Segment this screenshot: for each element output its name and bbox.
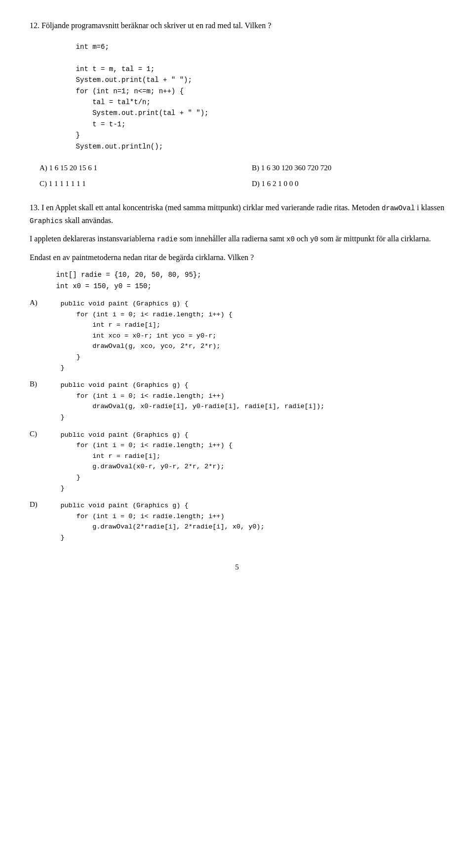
question-13-text: 13. I en Applet skall ett antal koncentr…	[30, 201, 444, 226]
answer-13-c-section: C) public void paint (Graphics g) { for …	[30, 430, 444, 494]
q13-intro-code: int[] radie = {10, 20, 50, 80, 95}; int …	[40, 269, 444, 292]
question-12-code: int m=6; int t = m, tal = 1; System.out.…	[59, 41, 444, 152]
page-number: 5	[30, 563, 444, 571]
q13-x0: x0	[286, 235, 295, 243]
answer-13-a-section: A) public void paint (Graphics g) { for …	[30, 299, 444, 373]
question-12-answers: A) 1 6 15 20 15 6 1 B) 1 6 30 120 360 72…	[40, 162, 444, 189]
question-12: 12. Följande programavsnitt beräknar och…	[30, 20, 444, 189]
answer-13-a-label: A)	[30, 299, 44, 307]
answer-12-b: B) 1 6 30 120 360 720 720	[252, 162, 444, 174]
answer-13-a-code: public void paint (Graphics g) { for (in…	[44, 299, 233, 373]
q13-radie: radie	[157, 235, 178, 243]
answer-13-c-code: public void paint (Graphics g) { for (in…	[44, 430, 233, 494]
q13-number: 13.	[30, 203, 40, 212]
q13-sentence3a: I appleten deklareras instansvariablerna	[30, 234, 157, 243]
q13-graphics: Graphics	[30, 217, 63, 225]
answer-13-b-section: B) public void paint (Graphics g) { for …	[30, 380, 444, 422]
answer-13-a-row: A) public void paint (Graphics g) { for …	[30, 299, 444, 373]
q13-drawoval: drawOval	[382, 204, 415, 212]
answer-12-a: A) 1 6 15 20 15 6 1	[40, 162, 232, 174]
answer-12-c: C) 1 1 1 1 1 1 1	[40, 178, 232, 189]
answer-13-d-section: D) public void paint (Graphics g) { for …	[30, 500, 444, 543]
question-13: 13. I en Applet skall ett antal koncentr…	[30, 201, 444, 543]
answer-13-c-row: C) public void paint (Graphics g) { for …	[30, 430, 444, 494]
q13-sentence2a: Metoden	[352, 203, 382, 212]
question-12-header: 12. Följande programavsnitt beräknar och…	[30, 20, 444, 32]
answer-13-c-label: C)	[30, 430, 44, 438]
answer-13-b-row: B) public void paint (Graphics g) { for …	[30, 380, 444, 422]
q13-sentence3b: som innehåller alla radierna samt	[178, 234, 286, 243]
q13-sentence2c: skall användas.	[63, 216, 113, 225]
q13-y0: y0	[310, 235, 318, 243]
answer-13-b-code: public void paint (Graphics g) { for (in…	[44, 380, 324, 422]
q13-sentence3c: och	[295, 234, 310, 243]
question-13-text3: Endast en av paintmetoderna nedan ritar …	[30, 251, 444, 264]
answer-12-d: D) 1 6 2 1 0 0 0	[252, 178, 444, 189]
answer-13-d-label: D)	[30, 500, 44, 509]
answer-13-d-row: D) public void paint (Graphics g) { for …	[30, 500, 444, 543]
q13-sentence2b: i klassen	[415, 203, 444, 212]
answer-13-d-code: public void paint (Graphics g) { for (in…	[44, 500, 265, 543]
q13-sentence3d: som är mittpunkt för alla cirklarna.	[318, 234, 431, 243]
question-13-text2: I appleten deklareras instansvariablerna…	[30, 232, 444, 245]
answer-13-b-label: B)	[30, 380, 44, 388]
page-content: 12. Följande programavsnitt beräknar och…	[30, 20, 444, 571]
q13-intro: I en Applet skall ett antal koncentriska…	[41, 203, 352, 212]
